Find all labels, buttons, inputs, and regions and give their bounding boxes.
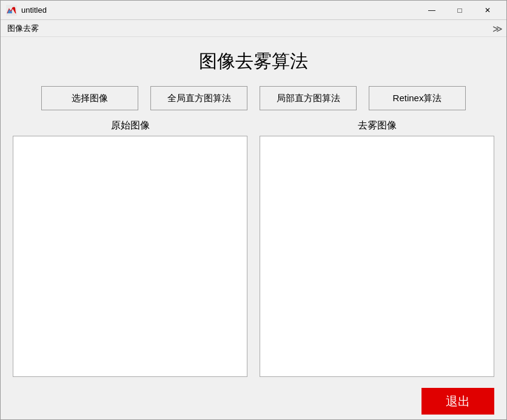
main-window: untitled — □ ✕ 图像去雾 ≫ 图像去雾算法 选择图像 全局直方图算… [0,0,507,420]
app-icon [5,4,18,16]
dehazed-panel-section: 去雾图像 [260,119,494,377]
maximize-button[interactable]: □ [446,1,474,20]
dehazed-panel-label: 去雾图像 [358,119,397,132]
image-panels: 原始图像 去雾图像 [13,119,494,377]
panel-divider [247,119,260,377]
dehazed-image-canvas [260,136,494,377]
bottom-bar: 退出 [1,383,506,419]
original-panel-section: 原始图像 [13,119,247,377]
exit-button[interactable]: 退出 [421,388,494,415]
select-image-button[interactable]: 选择图像 [41,86,138,110]
app-title: 图像去雾算法 [13,49,494,74]
close-button[interactable]: ✕ [474,1,502,20]
retinex-button[interactable]: Retinex算法 [369,86,466,110]
window-title: untitled [21,5,418,15]
menu-bar: 图像去雾 ≫ [1,20,506,37]
main-content: 图像去雾算法 选择图像 全局直方图算法 局部直方图算法 Retinex算法 原始… [1,37,506,383]
minimize-button[interactable]: — [418,1,446,20]
local-hist-button[interactable]: 局部直方图算法 [260,86,357,110]
global-hist-button[interactable]: 全局直方图算法 [150,86,247,110]
title-bar: untitled — □ ✕ [1,1,506,20]
window-controls: — □ ✕ [418,1,502,20]
original-panel-label: 原始图像 [111,119,150,132]
original-image-canvas [13,136,247,377]
toolbar-toggle-icon[interactable]: ≫ [492,22,503,34]
menu-item-dehazing[interactable]: 图像去雾 [1,20,45,37]
button-row: 选择图像 全局直方图算法 局部直方图算法 Retinex算法 [13,86,494,110]
